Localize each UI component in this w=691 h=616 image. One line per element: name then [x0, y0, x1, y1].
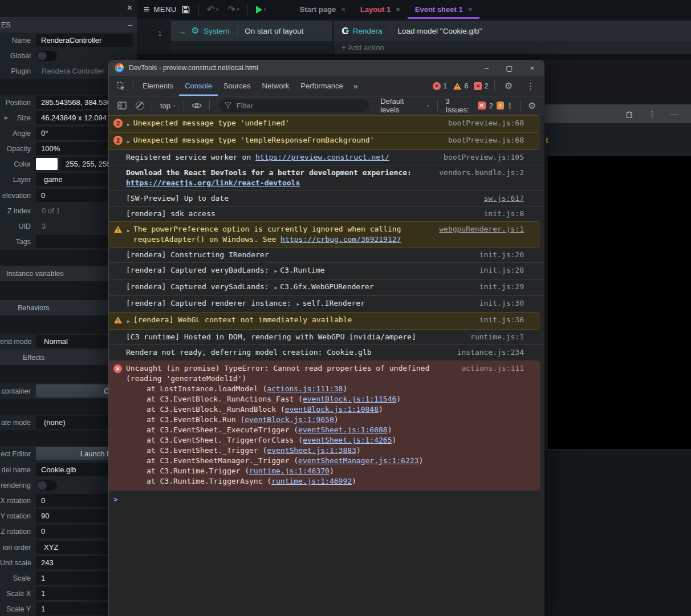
expand-triangle-icon[interactable]: ▶ [297, 299, 300, 310]
console-log-row[interactable]: [rendera] Constructing IRenderer init.js… [109, 248, 544, 262]
expand-triangle-icon[interactable]: ▶ [274, 266, 277, 277]
console-log-row[interactable]: [rendera] Captured verySadLands:▶C3.Gfx.… [109, 279, 544, 295]
stack-link[interactable]: eventSheet.js:1:3883 [267, 446, 356, 455]
more-options-icon[interactable]: ⋮ [522, 81, 539, 91]
warning-count-badge[interactable]: 6 [453, 82, 468, 90]
game-preview-canvas[interactable] [548, 155, 691, 449]
stack-link[interactable]: actions.js:111:38 [267, 384, 343, 393]
close-icon[interactable]: × [468, 5, 473, 14]
tab-start-page[interactable]: Start page × [292, 0, 353, 19]
expand-triangle-icon[interactable]: ▶ [127, 226, 130, 236]
context-selector[interactable]: top▾ [156, 102, 180, 110]
settings-gear-icon[interactable]: ⚙ [501, 80, 517, 91]
source-location[interactable]: init.js:36 [470, 315, 524, 325]
console-error-row[interactable]: ✕ Uncaught (in promise) TypeError: Canno… [109, 360, 540, 490]
console-log-row[interactable]: [rendera] sdk access init.js:8 [109, 206, 544, 221]
issues-summary[interactable]: 3 Issues: ✕ 2 ! 1 [441, 97, 517, 114]
console-log-row[interactable]: Registered service worker on https://pre… [109, 150, 544, 165]
console-log-row[interactable]: Rendera not ready, deferring model creat… [109, 345, 544, 360]
devtools-titlebar[interactable]: DevTools - preview.construct.net/local.h… [109, 60, 544, 76]
preview-button[interactable]: ▾ [251, 0, 271, 19]
tab-network[interactable]: Network [257, 76, 295, 96]
name-field[interactable]: RenderaController [36, 34, 133, 47]
console-warning-row[interactable]: ▶ The powerPreference option is currentl… [109, 221, 540, 248]
source-location[interactable]: actions.js:111 [452, 363, 524, 374]
source-location[interactable]: init.js:30 [470, 298, 524, 309]
source-location[interactable]: vendors.bundle.js:2 [430, 168, 524, 178]
expand-triangle-icon[interactable]: ▶ [127, 120, 130, 130]
tab-elements[interactable]: Elements [137, 76, 179, 96]
console-log-row[interactable]: [rendera] Captured veryBadLands:▶C3.Runt… [109, 262, 544, 279]
tab-layout-1[interactable]: Layout 1 × [353, 0, 408, 19]
source-location[interactable]: init.js:29 [470, 282, 524, 292]
filter-box[interactable] [219, 99, 369, 112]
undo-button[interactable]: ↶▾ [202, 0, 223, 19]
stack-link[interactable]: runtime.js:1:46992 [271, 477, 352, 485]
stack-link[interactable]: eventSheetManager.js:1:6223 [298, 456, 418, 465]
collapse-icon[interactable]: – [128, 21, 132, 29]
console-log-area[interactable]: 2 ▶ Unexpected message type 'undefined' … [109, 115, 544, 616]
message-link[interactable]: https://preview.construct.net/ [255, 153, 389, 161]
console-sidebar-toggle[interactable] [113, 102, 131, 110]
browser-menu-icon[interactable]: ⋮ [648, 110, 656, 119]
issues-count-badge[interactable]: ✕ 2 [474, 82, 488, 90]
close-icon[interactable]: × [127, 3, 132, 13]
rendering-toggle[interactable] [36, 480, 57, 491]
stack-link[interactable]: eventSheet.js:1:4265 [303, 436, 392, 444]
tab-console[interactable]: Console [179, 76, 218, 96]
expand-triangle-icon[interactable]: ▶ [127, 137, 130, 147]
console-info-row[interactable]: vendors.bundle.js:2 Download the React D… [109, 165, 544, 191]
clear-console-button[interactable] [132, 102, 148, 110]
expand-arrow-icon[interactable]: ▶ [5, 115, 8, 120]
tab-event-sheet-1[interactable]: Event sheet 1 × [408, 0, 479, 19]
object-preview[interactable]: C3.Gfx.WebGPURenderer [280, 282, 373, 291]
stack-link[interactable]: eventBlock.js:1:11546 [303, 395, 396, 403]
source-location[interactable]: bootPreview.js:105 [434, 152, 524, 163]
log-levels-selector[interactable]: Default levels▾ [376, 97, 433, 114]
maximize-icon[interactable]: ▢ [506, 64, 513, 72]
event-action-cell[interactable]: C Rendera Load model "Cookie.glb" [334, 21, 691, 41]
expand-triangle-icon[interactable]: ▶ [127, 317, 130, 327]
minimize-icon[interactable]: — [670, 109, 678, 119]
close-icon[interactable]: × [341, 5, 346, 14]
save-button[interactable] [177, 0, 195, 19]
add-action-row[interactable]: + Add action [334, 41, 691, 54]
console-prompt[interactable]: > [109, 491, 544, 508]
expand-triangle-icon[interactable]: ▶ [274, 283, 277, 293]
color-swatch[interactable] [36, 158, 58, 170]
redo-button[interactable]: ↷▾ [223, 0, 243, 19]
stack-link[interactable]: eventBlock.js:1:9650 [245, 415, 334, 424]
menu-button[interactable]: ≡ MENU [144, 5, 177, 14]
stack-link[interactable]: eventSheet.js:1:6088 [298, 425, 388, 434]
global-toggle[interactable] [36, 51, 57, 61]
event-condition-cell[interactable]: → ⚙ System On start of layout [171, 21, 332, 41]
source-location[interactable]: init.js:28 [470, 265, 524, 275]
object-preview[interactable]: C3.Runtime [280, 266, 324, 274]
source-location[interactable]: init.js:20 [470, 250, 524, 260]
object-preview[interactable]: self.IRenderer [302, 299, 365, 307]
message-link[interactable]: https://crbug.com/369219127 [281, 235, 401, 244]
console-warning-row[interactable]: 2 ▶ Unexpected message type 'undefined' … [109, 115, 540, 133]
source-location[interactable]: sw.js:617 [475, 193, 524, 204]
stack-link[interactable]: eventBlock.js:1:10848 [285, 405, 379, 414]
tab-performance[interactable]: Performance [295, 76, 348, 96]
stack-link[interactable]: runtime.js:1:46370 [249, 467, 330, 475]
source-location[interactable]: webgpuRenderer.js:1 [430, 224, 524, 234]
source-location[interactable]: instance.js:234 [448, 347, 524, 358]
console-log-row[interactable]: [rendera] Captured renderer instance:▶se… [109, 295, 544, 312]
minimize-icon[interactable]: – [485, 64, 489, 72]
console-log-row[interactable]: [SW-Preview] Up to date sw.js:617 [109, 191, 544, 206]
more-tabs-button[interactable]: » [349, 82, 361, 91]
console-log-row[interactable]: [C3 runtime] Hosted in DOM, rendering wi… [109, 330, 544, 345]
source-location[interactable]: bootPreview.js:68 [439, 135, 524, 145]
error-count-badge[interactable]: ✕ 1 [433, 82, 447, 90]
console-settings-icon[interactable]: ⚙ [524, 100, 540, 111]
close-icon[interactable]: × [530, 64, 534, 72]
inspect-element-button[interactable] [112, 82, 129, 91]
properties-header[interactable]: ES – [0, 17, 137, 33]
source-location[interactable]: bootPreview.js:68 [439, 118, 524, 128]
extensions-puzzle-icon[interactable] [625, 109, 635, 119]
message-link[interactable]: https://reactjs.org/link/react-devtools [126, 179, 300, 187]
filter-input[interactable] [235, 101, 363, 111]
tab-sources[interactable]: Sources [218, 76, 257, 96]
